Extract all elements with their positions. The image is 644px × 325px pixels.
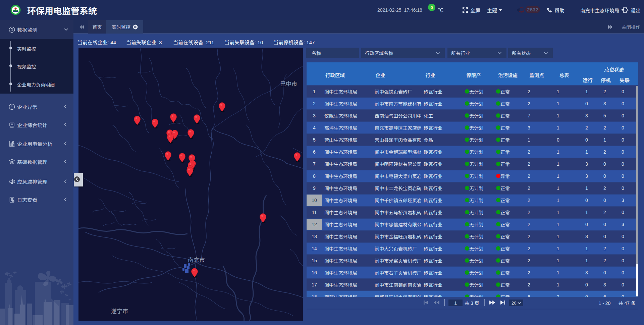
svg-text:巴中市: 巴中市 — [280, 81, 297, 87]
svg-text:南充市: 南充市 — [188, 257, 205, 263]
svg-text:遂宁市: 遂宁市 — [111, 308, 128, 315]
